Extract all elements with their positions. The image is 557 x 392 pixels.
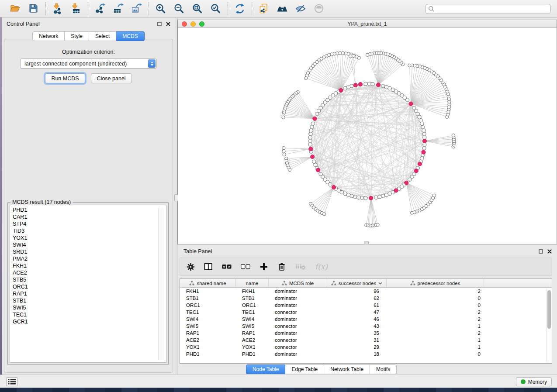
tab-network-table[interactable]: Network Table [324,364,370,374]
mcds-result-item[interactable]: SWI4 [13,241,166,248]
float-table-panel-icon[interactable] [538,249,543,254]
import-network-button[interactable] [51,2,64,15]
apply-layout-button[interactable] [233,2,246,15]
close-table-panel-icon[interactable] [547,249,552,254]
table-scrollbar[interactable] [546,289,551,362]
scrollbar-thumb[interactable] [547,290,551,329]
column-header-successor-nodes[interactable]: successor nodes [327,279,387,287]
select-stepper-icon [148,59,156,68]
table-row[interactable]: ACE2ACE2connector311 [180,337,552,344]
run-mcds-button[interactable]: Run MCDS [45,73,85,83]
tab-mcds[interactable]: MCDS [116,31,144,41]
memory-button[interactable]: Memory [516,377,552,386]
cell-MCDS-role: dominator [269,302,327,309]
search-input[interactable] [435,6,548,13]
mcds-result-item[interactable]: YOX1 [13,234,166,241]
column-header-MCDS-role[interactable]: MCDS role [269,279,327,287]
save-session-button[interactable] [27,2,40,15]
table-row[interactable]: YOX1YOX1connector291 [180,344,552,351]
node-table[interactable]: shared namenameMCDS rolesuccessor nodesp… [180,279,552,364]
network-graph [178,28,557,244]
delete-column-button[interactable] [277,262,286,272]
vertical-splitter[interactable] [175,17,177,375]
zoom-in-icon [155,3,166,14]
cell-shared-name: STB1 [180,295,236,302]
mcds-result-item[interactable]: CAR1 [13,213,166,220]
horizontal-splitter[interactable] [364,241,369,244]
open-file-button[interactable] [9,2,22,15]
close-window-icon[interactable] [182,21,187,27]
table-row[interactable]: SWI4SWI4dominator462 [180,316,552,323]
tab-select[interactable]: Select [89,31,116,41]
tab-network[interactable]: Network [32,31,65,41]
table-row[interactable]: PHD1PHD1dominator180 [180,351,552,358]
zoom-fit-button[interactable] [191,2,204,15]
mcds-result-item[interactable]: SRD1 [13,248,166,255]
cell-predecessor-nodes: 2 [387,316,484,323]
search-box[interactable] [425,4,551,14]
mcds-result-item[interactable]: SWI5 [13,304,166,311]
tab-node-table[interactable]: Node Table [246,364,286,374]
mcds-result-item[interactable]: STB5 [13,276,166,283]
hide-selected-button[interactable] [294,2,307,15]
zoom-selected-button[interactable] [209,2,222,15]
export-table-button[interactable] [112,2,125,15]
mcds-result-item[interactable]: FKH1 [13,262,166,269]
export-image-button[interactable] [130,2,143,15]
splitter-handle[interactable] [174,194,178,201]
tab-edge-table[interactable]: Edge Table [285,364,324,374]
minimize-window-icon[interactable] [190,21,196,27]
control-panel: Control Panel NetworkStyleSelectMCDS Opt… [2,17,175,375]
mcds-result-item[interactable]: GCR1 [13,318,166,325]
close-panel-icon[interactable] [166,22,170,27]
mcds-result-item[interactable]: ACE2 [13,269,166,276]
delete-column-icon [278,262,286,271]
mcds-result-item[interactable]: ORC1 [13,283,166,290]
table-row[interactable]: SWI5SWI5connector431 [180,323,552,330]
maximize-window-icon[interactable] [199,21,204,27]
table-toolbar: f(x) [180,258,552,276]
import-network-icon [52,3,63,14]
desktop-wallpaper-bottom [0,388,557,392]
float-panel-icon[interactable] [157,22,162,27]
mcds-result-item[interactable]: PHD1 [13,206,166,213]
toggle-column-panel-button[interactable] [204,262,213,272]
table-row[interactable]: FKH1FKH1dominator962 [180,288,552,295]
table-row[interactable]: RAP1RAP1dominator352 [180,330,552,337]
criterion-select[interactable]: largest connected component (undirected) [20,58,157,69]
table-row[interactable]: ORC1ORC1dominator610 [180,302,552,309]
network-canvas[interactable] [178,28,557,244]
zoom-out-button[interactable] [173,2,186,15]
deselect-all-rows-button[interactable] [241,262,250,272]
mcds-result-item[interactable]: STP4 [13,220,166,227]
import-table-button[interactable] [69,2,83,15]
mcds-result-item[interactable]: RAP1 [13,290,166,297]
select-all-rows-button[interactable] [222,262,232,272]
export-table-icon [113,3,124,14]
column-header-predecessor-nodes[interactable]: predecessor nodes [387,279,484,287]
cell-successor-nodes: 18 [327,351,387,358]
tab-motifs[interactable]: Motifs [370,364,397,374]
table-row[interactable]: STB1STB1dominator620 [180,295,552,302]
column-header-name[interactable]: name [236,279,269,287]
status-bar: Memory [0,375,557,388]
mcds-list-scrollbar[interactable] [158,208,164,360]
table-row[interactable]: TEC1TEC1connector472 [180,309,552,316]
mcds-result-item[interactable]: TID3 [13,227,166,234]
first-neighbors-button[interactable] [276,2,289,15]
mcds-result-item[interactable]: PMA2 [13,255,166,262]
import-table-icon [70,3,82,14]
clone-network-button[interactable] [257,2,270,15]
mcds-result-item[interactable]: STB1 [13,297,166,304]
tab-style[interactable]: Style [65,31,89,41]
cell-shared-name: PHD1 [180,351,236,358]
mcds-result-list[interactable]: PHD1CAR1STP4TID3YOX1SWI4SRD1PMA2FKH1ACE2… [10,205,166,363]
table-settings-button[interactable] [186,262,195,272]
export-network-button[interactable] [93,2,107,15]
column-header-shared-name[interactable]: shared name [180,279,236,287]
add-column-button[interactable] [259,262,268,272]
task-history-button[interactable] [6,377,18,386]
mcds-result-item[interactable]: TEC1 [13,311,166,318]
close-panel-button[interactable]: Close panel [91,73,132,83]
zoom-in-button[interactable] [154,2,167,15]
